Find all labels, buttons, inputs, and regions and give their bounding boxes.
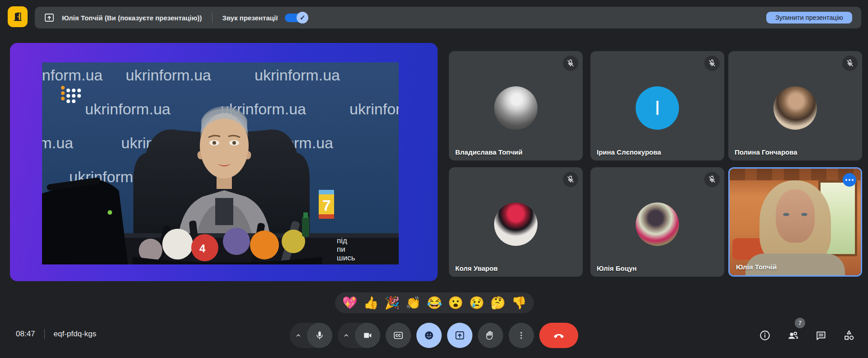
participant-name: Владислава Топчий	[455, 148, 523, 156]
end-call-button[interactable]	[539, 323, 578, 348]
reaction-thumbs-up-button[interactable]: 👍	[363, 297, 379, 309]
avatar: І	[636, 86, 679, 130]
svg-text:ukrinform.ua: ukrinform.ua	[255, 66, 340, 84]
svg-text:під: під	[337, 236, 347, 245]
avatar-letter: І	[655, 97, 660, 119]
reaction-clap-button[interactable]: 👏	[406, 297, 421, 309]
camera-options-chevron[interactable]	[338, 323, 355, 348]
participant-name: Юлія Боцун	[597, 264, 637, 272]
clock-time: 08:47	[16, 330, 35, 339]
more-options-button[interactable]	[509, 323, 534, 348]
presentation-tile[interactable]: ukrinform.ua ukrinform.ua ukrinform.ua u…	[10, 43, 438, 281]
divider	[44, 329, 45, 339]
presentation-video: ukrinform.ua ukrinform.ua ukrinform.ua u…	[42, 62, 399, 264]
captions-button[interactable]	[386, 323, 411, 348]
meeting-room-door-button[interactable]	[8, 6, 28, 27]
stop-presentation-button[interactable]: Зупинити презентацію	[766, 12, 852, 24]
reaction-thumbs-down-button[interactable]: 👎	[511, 297, 527, 309]
mic-button[interactable]	[307, 323, 332, 348]
participant-tile[interactable]: Коля Уваров	[449, 167, 583, 277]
svg-text:пи: пи	[337, 245, 345, 254]
reaction-surprised-button[interactable]: 😮	[448, 297, 463, 309]
avatar	[494, 86, 538, 130]
participant-name: Полина Гончарова	[735, 148, 797, 156]
mic-off-icon	[704, 172, 720, 187]
mic-off-icon	[842, 56, 858, 71]
reaction-thinking-button[interactable]: 🤔	[490, 297, 505, 309]
reaction-party-button[interactable]: 🎉	[385, 297, 400, 309]
svg-text:шись: шись	[337, 254, 355, 262]
camera-silhouette	[42, 179, 128, 264]
participant-name: Коля Уваров	[455, 264, 498, 272]
info-button[interactable]	[754, 324, 776, 347]
present-button[interactable]	[447, 323, 472, 348]
present-screen-icon	[44, 12, 55, 23]
people-button[interactable]: 7	[782, 324, 804, 347]
camera-button[interactable]	[355, 323, 380, 348]
participant-tile[interactable]: Юлія Боцун	[590, 167, 724, 277]
meeting-meta: 08:47 eqf-pfdq-kgs	[16, 329, 96, 339]
avatar	[636, 203, 679, 246]
mic-options-chevron[interactable]	[290, 323, 307, 348]
participants-count-badge: 7	[795, 318, 805, 328]
presentation-status-bar: Юлія Топчій (Ви (показуєте презентацію))…	[35, 7, 861, 28]
toggle-check-icon: ✓	[297, 12, 308, 24]
presentation-sound-label: Звук презентації	[222, 14, 278, 22]
svg-text:ukrinform.ua: ukrinform.ua	[42, 134, 73, 151]
presentation-sound-toggle[interactable]: ✓	[285, 12, 308, 24]
meeting-code: eqf-pfdq-kgs	[54, 330, 97, 339]
svg-text:ukrinform.ua: ukrinform.ua	[126, 66, 211, 84]
participant-tile[interactable]: Полина Гончарова	[728, 51, 862, 160]
reaction-cry-button[interactable]: 😢	[469, 297, 485, 309]
reaction-heart-button[interactable]: 💖	[342, 297, 358, 309]
svg-text:ukrinform.ua: ukrinform.ua	[85, 100, 170, 118]
reaction-laugh-button[interactable]: 😂	[427, 297, 442, 309]
mic-control-group	[290, 323, 332, 348]
door-icon	[12, 11, 24, 23]
participant-name: Ірина Слєпокурова	[597, 148, 661, 156]
tile-more-options-button[interactable]	[843, 173, 856, 187]
mic-off-icon	[563, 56, 578, 71]
chat-button[interactable]	[810, 324, 832, 347]
raise-hand-button[interactable]	[478, 323, 503, 348]
svg-text:7: 7	[322, 197, 331, 214]
avatar	[494, 203, 538, 246]
reactions-bar: 💖 👍 🎉 👏 😂 😮 😢 🤔 👎	[335, 292, 534, 313]
avatar	[774, 86, 817, 130]
activities-button[interactable]	[838, 324, 860, 347]
participant-tile[interactable]: Владислава Топчий	[449, 51, 583, 160]
self-view-tile[interactable]: Юлія Топчій	[728, 167, 862, 277]
camera-control-group	[338, 323, 380, 348]
mic-off-icon	[704, 56, 720, 71]
self-video	[730, 169, 861, 275]
panel-icons: 7	[754, 323, 860, 348]
channel-7-logo: 7	[319, 190, 334, 219]
participant-tile[interactable]: І Ірина Слєпокурова	[590, 51, 724, 160]
mic-off-icon	[563, 172, 578, 187]
presenter-label: Юлія Топчій (Ви (показуєте презентацію))	[62, 14, 202, 22]
svg-text:4: 4	[199, 242, 206, 254]
call-controls	[0, 323, 868, 348]
participant-name: Юлія Топчій	[736, 263, 777, 271]
watermark-text: ukrinform.ua	[42, 66, 103, 84]
divider	[212, 12, 212, 23]
svg-text:ukrinform.ua: ukrinform.ua	[349, 100, 399, 118]
reactions-button[interactable]	[416, 323, 442, 348]
